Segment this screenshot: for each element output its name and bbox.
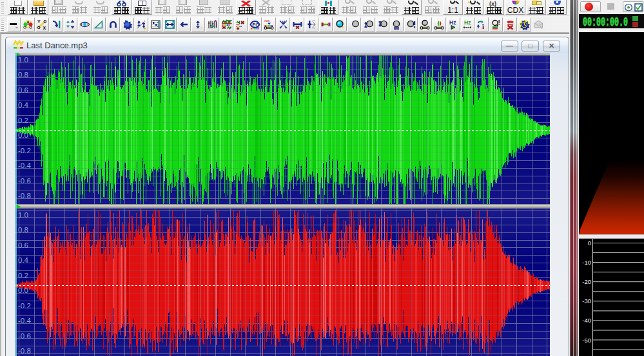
svg-text:0.4: 0.4 xyxy=(18,256,29,264)
svg-text:Hz: Hz xyxy=(449,19,456,26)
svg-text:-0.6: -0.6 xyxy=(18,332,31,340)
svg-text:0.2: 0.2 xyxy=(18,117,28,124)
svg-text:-0.4: -0.4 xyxy=(18,317,31,324)
svg-text:0.6: 0.6 xyxy=(18,241,28,249)
svg-text:-0.2: -0.2 xyxy=(18,302,31,310)
svg-text:0.6: 0.6 xyxy=(18,86,28,94)
svg-text:Hz: Hz xyxy=(464,19,471,26)
svg-text:EQ: EQ xyxy=(252,22,259,28)
svg-text:!: ! xyxy=(498,19,500,26)
svg-text:0.2: 0.2 xyxy=(18,272,28,279)
svg-text:-50: -50 xyxy=(582,337,591,344)
svg-text:now: now xyxy=(264,19,270,23)
svg-text:0.4: 0.4 xyxy=(18,101,29,109)
svg-text:-0.6: -0.6 xyxy=(18,177,31,185)
svg-text:Y: Y xyxy=(37,19,41,24)
svg-text:0.0: 0.0 xyxy=(18,131,28,139)
svg-text:-0.8: -0.8 xyxy=(18,347,31,355)
svg-text:0: 0 xyxy=(588,239,591,247)
svg-text:X: X xyxy=(43,26,46,30)
svg-text:0.8: 0.8 xyxy=(18,71,28,79)
svg-text:1.0: 1.0 xyxy=(18,56,28,64)
svg-text:1.0: 1.0 xyxy=(18,211,28,219)
svg-text:-30: -30 xyxy=(582,297,591,304)
svg-text:-0.8: -0.8 xyxy=(18,192,31,200)
svg-text:-0.4: -0.4 xyxy=(18,162,31,169)
svg-text:-10: -10 xyxy=(582,259,591,266)
svg-text:0.8: 0.8 xyxy=(18,226,28,234)
svg-text:-40: -40 xyxy=(582,317,591,324)
svg-text:0.0: 0.0 xyxy=(18,286,28,294)
svg-text:-20: -20 xyxy=(582,278,591,285)
svg-text:-0.2: -0.2 xyxy=(18,147,31,155)
